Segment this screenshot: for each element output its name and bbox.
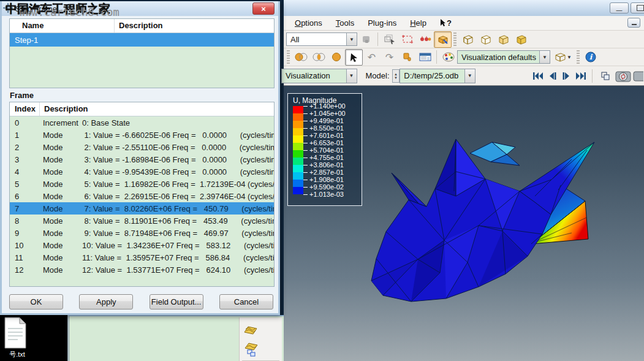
display-options-value: Visualization defaults (458, 53, 539, 62)
menu-items: OptionsToolsPlug-insHelp (295, 18, 440, 28)
frame-row-10[interactable]: 10Mode10: Value = 1.34236E+07 Freq = 583… (10, 239, 274, 251)
dropdown-icon[interactable]: ▼ (346, 33, 357, 45)
info-icon[interactable]: i (581, 49, 599, 66)
render-wireframe-icon[interactable] (458, 31, 476, 48)
redo-icon[interactable]: ↷ (381, 49, 398, 66)
replace-selected-icon[interactable] (292, 49, 309, 66)
frame-row-7[interactable]: 7Mode 7: Value = 8.02260E+06 Freq = 450.… (10, 202, 274, 215)
contour-plot-icon[interactable] (240, 340, 261, 359)
window-maximize-button[interactable] (631, 2, 644, 13)
cursor-icon (440, 19, 446, 27)
cancel-button[interactable]: Cancel (219, 294, 273, 310)
frame-row-11[interactable]: 11Mode11: Value = 1.35957E+07 Freq = 586… (10, 251, 274, 264)
dialog-buttons: OK Apply Field Output... Cancel (9, 294, 273, 310)
display-options-combo[interactable]: Visualization defaults ▼ (457, 50, 550, 64)
dropdown-icon[interactable]: ▼ (567, 55, 572, 60)
frame-row-12[interactable]: 12Mode12: Value = 1.53771E+07 Freq = 624… (10, 264, 274, 276)
undo-icon[interactable]: ↶ (363, 49, 381, 66)
render-filled-icon[interactable] (512, 31, 529, 48)
frame-row-0[interactable]: 0Increment0: Base State (10, 116, 274, 129)
help-question: ? (447, 18, 452, 28)
child-minimize-button[interactable] (627, 18, 640, 28)
window-minimize-button[interactable]: — (610, 2, 629, 13)
menu-bar: OptionsToolsPlug-insHelp ? (284, 16, 644, 31)
screen: — OptionsToolsPlug-insHelp ? All ▼ (0, 0, 644, 361)
field-output-button[interactable]: Field Output... (150, 294, 203, 310)
frame-rows: 0Increment0: Base State1Mode 1: Value = … (10, 116, 274, 276)
module-combo[interactable]: Visualization ▼ (281, 69, 357, 83)
desktop-strip: 号.txt (0, 315, 67, 361)
frame-table-header: Index Description (10, 102, 274, 116)
selection-filter-combo[interactable]: All ▼ (286, 32, 357, 46)
deformed-shape-icon[interactable] (240, 320, 261, 340)
frame-row-5[interactable]: 5Mode 5: Value = 1.16982E-06 Freq = 1.72… (10, 178, 274, 190)
ok-button[interactable]: OK (9, 294, 63, 310)
apply-disabled-icon[interactable] (357, 31, 375, 48)
module-value: Visualization (282, 71, 346, 80)
desktop-file-icon[interactable] (1, 316, 28, 352)
data-table-icon[interactable] (416, 49, 434, 66)
watermark-url: www.cartech8.com (19, 6, 119, 18)
window-titlebar: — (284, 0, 644, 17)
apply-button[interactable]: Apply (79, 294, 133, 310)
previous-frame-button[interactable] (545, 69, 559, 83)
menu-help[interactable]: Help (410, 18, 426, 28)
step-row-selected[interactable]: Step-1 (10, 33, 274, 47)
clipped-toolbar-icon[interactable] (632, 67, 644, 84)
color-palette-icon[interactable] (439, 49, 457, 66)
frame-row-6[interactable]: 6Mode 6: Value = 2.26915E-06 Freq = 2.39… (10, 190, 274, 202)
desktop-file-label: 号.txt (0, 350, 34, 359)
frame-row-4[interactable]: 4Mode 4: Value = -9.95439E-08 Freq = 0.0… (10, 165, 274, 178)
model-label: Model: (366, 71, 390, 80)
dropdown-icon[interactable]: ▼ (539, 51, 550, 63)
next-frame-button[interactable] (559, 69, 574, 83)
step-description-header: Description (119, 21, 163, 30)
frame-index-header: Index (15, 104, 36, 113)
dropdown-icon[interactable]: ▼ (346, 69, 357, 83)
step-table: Name Description Step-1 (9, 18, 275, 88)
frame-row-9[interactable]: 9Mode 9: Value = 8.71948E+06 Freq = 469.… (10, 227, 274, 239)
last-frame-button[interactable] (574, 69, 589, 83)
render-hiddenline-icon[interactable] (476, 31, 494, 48)
intersect-selected-icon[interactable] (327, 49, 345, 66)
frame-description-header: Description (44, 104, 88, 113)
toolbar-selection: ↶ ↷ Visualization defaults ▼ ▼ i (284, 48, 644, 66)
close-icon: × (261, 4, 266, 13)
first-frame-button[interactable] (531, 69, 545, 83)
dropdown-icon[interactable]: ▼ (464, 69, 475, 83)
render-shaded-icon[interactable] (494, 31, 512, 48)
model-combo[interactable]: D:/temp/25.odb ▼ (400, 69, 475, 83)
rotate-view-icon[interactable] (434, 31, 452, 48)
frame-row-3[interactable]: 3Mode 3: Value = -1.68984E-06 Freq = 0.0… (10, 153, 274, 165)
edit-nodes-icon[interactable] (416, 31, 434, 48)
add-selected-icon[interactable] (309, 49, 327, 66)
query-blocks-icon[interactable] (398, 49, 416, 66)
context-help-button[interactable]: ? (440, 18, 452, 28)
viewport-canvas[interactable]: U, Magnitude +1.140e+00+1.045e+00+9.499e… (284, 86, 644, 361)
model-spinner[interactable]: ▲ ▼ (392, 69, 400, 83)
menu-tools[interactable]: Tools (336, 18, 354, 28)
menu-options[interactable]: Options (295, 18, 322, 28)
toolbar-render: All ▼ (284, 31, 644, 48)
zoom-box-icon[interactable] (398, 31, 416, 48)
select-entity-icon[interactable] (381, 31, 398, 48)
frame-selector-icon[interactable] (596, 67, 614, 84)
frame-row-1[interactable]: 1Mode 1: Value = -6.66025E-06 Freq = 0.0… (10, 129, 274, 141)
step-table-header: Name Description (10, 19, 274, 33)
menu-plugins[interactable]: Plug-ins (368, 18, 396, 28)
frame-row-8[interactable]: 8Mode 8: Value = 8.11901E+06 Freq = 453.… (10, 215, 274, 227)
context-bar: Visualization ▼ Model: ▲ ▼ D:/temp/25.od… (284, 66, 644, 86)
selection-filter-value: All (287, 35, 346, 44)
frame-row-2[interactable]: 2Mode 2: Value = -2.55110E-06 Freq = 0.0… (10, 141, 274, 153)
frame-section-label: Frame (10, 91, 34, 100)
maximize-icon (637, 5, 644, 11)
pointer-tool-icon[interactable] (345, 49, 363, 66)
dialog-close-button[interactable]: × (252, 2, 275, 15)
view-cut-cube-icon[interactable]: ▼ (550, 49, 575, 66)
animate-camera-icon[interactable] (614, 67, 632, 84)
spinner-down-icon[interactable]: ▼ (394, 76, 398, 80)
frame-table: Index Description 0Increment0: Base Stat… (9, 102, 275, 287)
model-mesh (284, 86, 644, 361)
abaqus-main-window: — OptionsToolsPlug-insHelp ? All ▼ (284, 0, 644, 361)
child-minimize-icon (632, 24, 637, 25)
